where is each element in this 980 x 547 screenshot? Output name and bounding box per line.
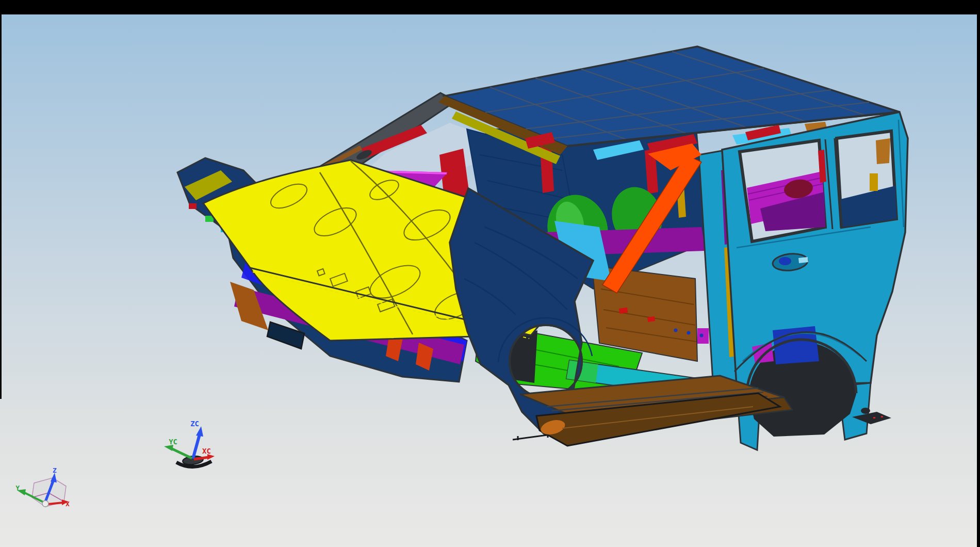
rear-door-window [740, 140, 826, 242]
handle-grip [798, 257, 808, 263]
part-red-speck [881, 416, 883, 417]
view-orientation-triad[interactable]: Z Y X [15, 466, 70, 508]
window-gold-tag [870, 173, 878, 191]
car-body-model[interactable] [177, 46, 908, 450]
wcs-y-axis[interactable] [171, 448, 192, 458]
wcs-x-label: XC [202, 447, 211, 455]
wcs-z-axis[interactable] [193, 435, 200, 459]
sill-dot [687, 331, 691, 335]
wcs-triad[interactable]: ZC YC XC [164, 420, 215, 467]
wcs-y-label: YC [169, 438, 177, 446]
wcs-z-label: ZC [190, 420, 199, 428]
cad-application-window: ZC YC XC Z Y X [0, 0, 980, 547]
part-red-speck [873, 417, 875, 419]
view-y-label: Y [15, 484, 20, 492]
sill-dot [700, 334, 704, 337]
view-z-label: Z [53, 466, 57, 474]
handle-blue [779, 257, 791, 265]
view-x-label: X [66, 500, 70, 508]
quarter-window [837, 131, 896, 227]
origin-sphere [42, 501, 48, 507]
wcs-z-arrowhead [196, 426, 203, 437]
sill-dot [674, 329, 678, 332]
small-part-dot[interactable] [861, 408, 870, 414]
wing-red-fleck [189, 203, 197, 209]
scene-canvas[interactable]: ZC YC XC Z Y X [0, 0, 980, 547]
window-bracket-brown [876, 138, 890, 164]
